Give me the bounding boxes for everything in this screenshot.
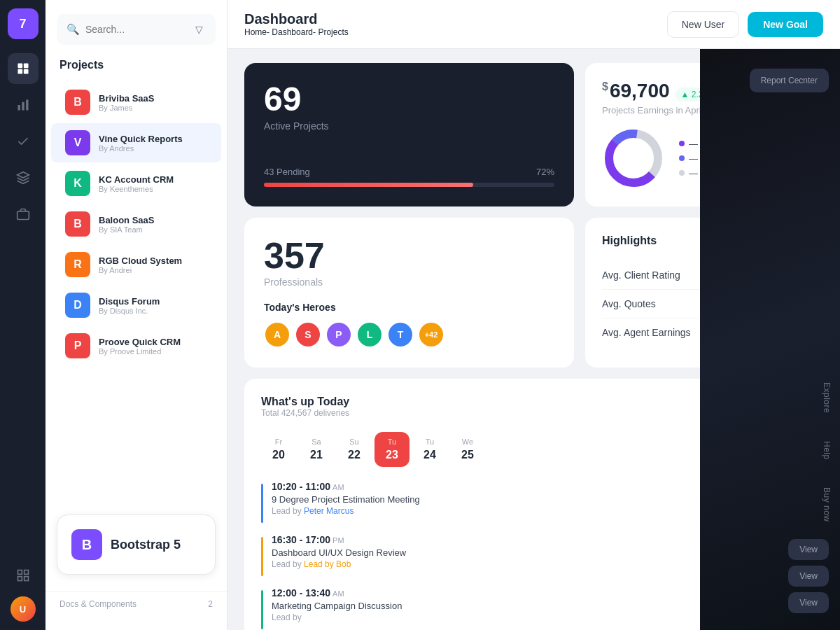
earnings-number: 69,700 (610, 80, 670, 102)
svg-rect-11 (24, 577, 28, 581)
project-item[interactable]: P Proove Quick CRM By Proove Limited (51, 326, 221, 365)
buy-now-tab[interactable]: Buy now (813, 473, 840, 536)
svg-rect-3 (23, 69, 28, 74)
event-name: Marketing Campaign Discussion (272, 601, 402, 611)
cal-day-label: Su (349, 438, 358, 446)
project-name: Disqus Forum (99, 296, 160, 307)
prof-label: Professionals (264, 276, 554, 288)
event-ampm: AM (332, 589, 344, 598)
svg-rect-4 (18, 105, 20, 111)
heroes-label: Today's Heroes (264, 302, 554, 313)
calendar-day[interactable]: We 25 (450, 432, 485, 467)
project-item[interactable]: K KC Account CRM By Keenthemes (51, 164, 221, 203)
hero-avatar: L (356, 321, 383, 348)
donut-chart (602, 127, 665, 190)
event-ampm: PM (332, 536, 344, 545)
svg-rect-0 (18, 64, 22, 69)
event-lead-link[interactable]: Peter Marcus (304, 506, 354, 516)
filter-icon[interactable]: ▽ (192, 21, 206, 38)
nav-icon-chart[interactable] (8, 90, 38, 120)
nav-icon-check[interactable] (8, 126, 38, 157)
project-info: Proove Quick CRM By Proove Limited (99, 337, 181, 356)
project-info: Disqus Forum By Disqus Inc. (99, 296, 160, 315)
schedule-subtitle: Total 424,567 deliveries (261, 408, 349, 418)
pending-pct: 72% (536, 167, 554, 177)
legend-dot (679, 155, 685, 161)
project-name: Proove Quick CRM (99, 337, 181, 347)
project-info: Briviba SaaS By James (99, 93, 155, 112)
help-tab[interactable]: Help (813, 427, 840, 474)
project-logo: K (65, 171, 90, 196)
hero-avatar: A (264, 321, 290, 348)
svg-marker-7 (17, 172, 29, 178)
user-avatar[interactable]: U (10, 596, 36, 622)
report-center-button[interactable]: Report Cecnter (750, 69, 829, 92)
search-icon: 🔍 (66, 23, 80, 36)
svg-rect-2 (18, 69, 22, 74)
calendar-day[interactable]: Sa 21 (299, 432, 334, 467)
hero-avatar: S (295, 321, 321, 348)
event-lead-link[interactable]: Lead by Bob (304, 559, 351, 569)
project-by: By Andrei (99, 266, 182, 274)
currency-symbol: $ (602, 80, 608, 92)
event-lead: Lead by Lead by Bob (272, 559, 406, 569)
heroes-more: +42 (418, 321, 444, 348)
main-inner: 69 Active Projects 43 Pending 72% (227, 49, 840, 630)
nav-icon-briefcase[interactable] (8, 199, 38, 230)
svg-rect-5 (22, 102, 24, 111)
new-goal-button[interactable]: New Goal (748, 12, 823, 37)
project-item[interactable]: V Vine Quick Reports By Andres (51, 123, 221, 162)
progress-fill (264, 183, 473, 187)
main-area: Dashboard Home- Dashboard- Projects New … (227, 0, 840, 630)
view-button-1[interactable]: View (788, 539, 829, 560)
event-name: Dashboard UI/UX Design Review (272, 547, 406, 558)
project-info: RGB Cloud System By Andrei (99, 255, 182, 274)
project-info: KC Account CRM By Keenthemes (99, 174, 174, 193)
progress-bg (264, 183, 554, 187)
cal-day-label: Fr (275, 438, 282, 446)
active-label: Active Projects (264, 120, 554, 132)
nav-icon-layers[interactable] (8, 162, 38, 193)
event-time: 10:20 - 11:00AM (272, 481, 420, 492)
hero-avatar: T (387, 321, 414, 348)
footer-count: 2 (208, 599, 213, 609)
calendar-day[interactable]: Su 22 (337, 432, 372, 467)
cal-day-label: Sa (312, 438, 321, 446)
top-bar-actions: New User New Goal (667, 11, 823, 38)
view-button-3[interactable]: View (788, 592, 829, 613)
calendar-day[interactable]: Tu 24 (412, 432, 447, 467)
schedule-title: What's up Today (261, 396, 349, 408)
project-name: Vine Quick Reports (99, 134, 183, 144)
page-title: Dashboard (244, 11, 349, 27)
project-name: KC Account CRM (99, 174, 174, 185)
nav-icon-dashboard[interactable] (8, 53, 38, 84)
project-item[interactable]: B Baloon SaaS By SIA Team (51, 204, 221, 244)
project-item[interactable]: D Disqus Forum By Disqus Inc. (51, 286, 221, 325)
event-bar (261, 590, 263, 629)
svg-rect-10 (24, 570, 28, 575)
cal-day-num: 25 (461, 449, 474, 461)
highlight-name: Avg. Agent Earnings (602, 327, 691, 338)
nav-avatar[interactable]: 7 (8, 8, 38, 39)
cal-day-num: 24 (424, 449, 436, 461)
search-container: 🔍 ▽ (57, 14, 216, 45)
breadcrumb: Home- Dashboard- Projects (244, 27, 349, 37)
highlight-name: Avg. Quotes (602, 298, 656, 309)
project-list: B Briviba SaaS By James V Vine Quick Rep… (46, 83, 227, 503)
project-logo: B (65, 211, 90, 237)
calendar-day[interactable]: Tu 23 (374, 432, 410, 467)
top-bar: Dashboard Home- Dashboard- Projects New … (227, 0, 840, 49)
new-user-button[interactable]: New User (667, 11, 739, 38)
explore-tab[interactable]: Explore (813, 368, 840, 427)
search-input[interactable] (85, 24, 187, 35)
event-details: 10:20 - 11:00AM 9 Degree Project Estimat… (272, 481, 420, 516)
event-lead: Lead by (272, 612, 402, 622)
view-button-2[interactable]: View (788, 566, 829, 587)
project-item[interactable]: B Briviba SaaS By James (51, 83, 221, 122)
hero-avatar: P (326, 321, 352, 348)
project-item[interactable]: R RGB Cloud System By Andrei (51, 245, 221, 284)
nav-icon-settings[interactable] (8, 560, 38, 591)
bootstrap-logo: B (71, 529, 102, 560)
project-name: Baloon SaaS (99, 215, 154, 225)
calendar-day[interactable]: Fr 20 (261, 432, 296, 467)
